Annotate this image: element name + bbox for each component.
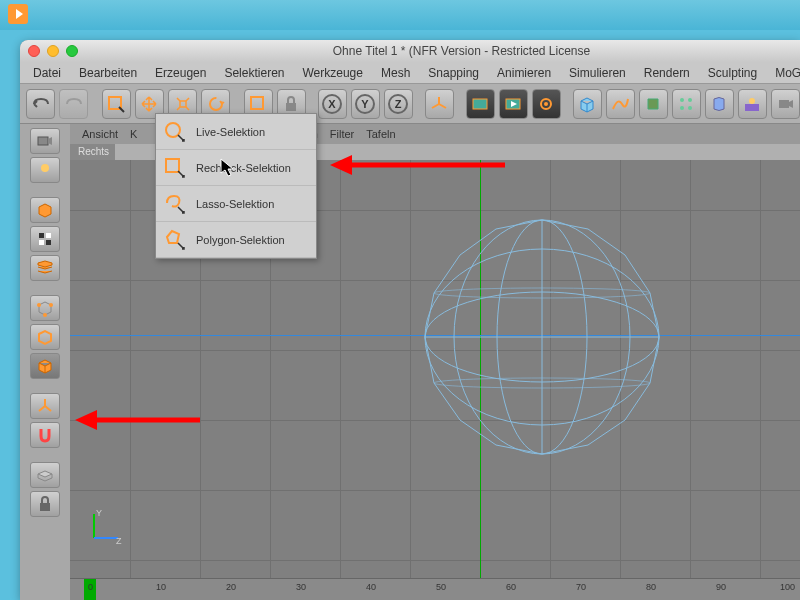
minimize-button[interactable] bbox=[47, 45, 59, 57]
menu-snapping[interactable]: Snapping bbox=[419, 66, 488, 80]
menu-simulieren[interactable]: Simulieren bbox=[560, 66, 635, 80]
lock-workplane-button[interactable] bbox=[30, 491, 60, 517]
arrow-annotation-2 bbox=[75, 405, 205, 435]
viewport-menu-filter[interactable]: Filter bbox=[330, 128, 354, 140]
window-titlebar: Ohne Titel 1 * (NFR Version - Restricted… bbox=[20, 40, 800, 62]
axis-x-button[interactable]: X bbox=[318, 89, 347, 119]
dropdown-item-label: Polygon-Selektion bbox=[196, 234, 285, 246]
dropdown-polygon-selektion[interactable]: Polygon-Selektion bbox=[156, 222, 316, 258]
main-toolbar: X Y Z bbox=[20, 84, 800, 124]
svg-text:Y: Y bbox=[96, 508, 102, 518]
svg-point-15 bbox=[680, 98, 684, 102]
svg-rect-46 bbox=[166, 159, 179, 172]
svg-rect-22 bbox=[38, 137, 48, 145]
play-icon[interactable] bbox=[8, 4, 28, 24]
edge-mode-button[interactable] bbox=[30, 324, 60, 350]
render-settings-button[interactable] bbox=[532, 89, 561, 119]
svg-rect-26 bbox=[39, 240, 44, 245]
axis-tool-button[interactable] bbox=[30, 393, 60, 419]
viewport-label: Rechts bbox=[70, 144, 115, 160]
axis-y-button[interactable]: Y bbox=[351, 89, 380, 119]
menu-bearbeiten[interactable]: Bearbeiten bbox=[70, 66, 146, 80]
svg-point-30 bbox=[43, 313, 47, 317]
left-toolbar bbox=[20, 124, 70, 600]
axis-z-button[interactable]: Z bbox=[384, 89, 413, 119]
menu-werkzeuge[interactable]: Werkzeuge bbox=[293, 66, 371, 80]
workplane-button[interactable] bbox=[30, 462, 60, 488]
selection-dropdown: Live-Selektion Rechteck-Selektion Lasso-… bbox=[155, 113, 317, 259]
svg-text:Y: Y bbox=[362, 98, 370, 110]
deformer-button[interactable] bbox=[705, 89, 734, 119]
svg-rect-1 bbox=[180, 101, 186, 107]
svg-point-23 bbox=[41, 164, 49, 172]
outer-titlebar bbox=[0, 0, 800, 30]
svg-point-16 bbox=[688, 98, 692, 102]
render-region-button[interactable] bbox=[499, 89, 528, 119]
coord-button[interactable] bbox=[425, 89, 454, 119]
svg-point-28 bbox=[37, 303, 41, 307]
app-window: Ohne Titel 1 * (NFR Version - Restricted… bbox=[20, 40, 800, 600]
menu-rendern[interactable]: Rendern bbox=[635, 66, 699, 80]
array-button[interactable] bbox=[672, 89, 701, 119]
svg-text:Z: Z bbox=[116, 536, 122, 546]
menu-animieren[interactable]: Animieren bbox=[488, 66, 560, 80]
svg-point-45 bbox=[166, 123, 180, 137]
camera-button[interactable] bbox=[771, 89, 800, 119]
texture-mode-button[interactable] bbox=[30, 255, 60, 281]
maximize-button[interactable] bbox=[66, 45, 78, 57]
svg-rect-4 bbox=[286, 103, 296, 111]
svg-text:X: X bbox=[329, 98, 337, 110]
viewport-menu-k[interactable]: K bbox=[130, 128, 137, 140]
redo-button[interactable] bbox=[59, 89, 88, 119]
primitive-cube-button[interactable] bbox=[573, 89, 602, 119]
rect-pointer-icon bbox=[164, 157, 186, 179]
traffic-lights bbox=[28, 45, 78, 57]
object-mode-button[interactable] bbox=[30, 226, 60, 252]
undo-button[interactable] bbox=[26, 89, 55, 119]
dropdown-live-selektion[interactable]: Live-Selektion bbox=[156, 114, 316, 150]
menu-datei[interactable]: Datei bbox=[24, 66, 70, 80]
menu-mesh[interactable]: Mesh bbox=[372, 66, 419, 80]
spline-button[interactable] bbox=[606, 89, 635, 119]
dropdown-item-label: Rechteck-Selektion bbox=[196, 162, 291, 174]
svg-rect-3 bbox=[251, 97, 263, 109]
render-button[interactable] bbox=[466, 89, 495, 119]
camera-tool-button[interactable] bbox=[30, 128, 60, 154]
menu-sculpting[interactable]: Sculpting bbox=[699, 66, 766, 80]
viewport-menu-tafeln[interactable]: Tafeln bbox=[366, 128, 395, 140]
svg-text:Z: Z bbox=[395, 98, 402, 110]
arrow-annotation-1 bbox=[330, 150, 510, 180]
dropdown-lasso-selektion[interactable]: Lasso-Selektion bbox=[156, 186, 316, 222]
snap-tool-button[interactable] bbox=[30, 422, 60, 448]
svg-rect-25 bbox=[46, 233, 51, 238]
circle-pointer-icon bbox=[164, 121, 186, 143]
select-rect-button[interactable] bbox=[102, 89, 131, 119]
environment-button[interactable] bbox=[738, 89, 767, 119]
svg-point-17 bbox=[680, 106, 684, 110]
menu-erzeugen[interactable]: Erzeugen bbox=[146, 66, 215, 80]
lasso-pointer-icon bbox=[164, 193, 186, 215]
nurbs-button[interactable] bbox=[639, 89, 668, 119]
svg-rect-11 bbox=[473, 99, 487, 109]
menu-mograph[interactable]: MoGraph bbox=[766, 66, 800, 80]
svg-point-2 bbox=[210, 98, 222, 110]
dropdown-item-label: Lasso-Selektion bbox=[196, 198, 274, 210]
sphere-object[interactable] bbox=[420, 215, 665, 460]
model-mode-button[interactable] bbox=[30, 197, 60, 223]
svg-rect-27 bbox=[46, 240, 51, 245]
svg-point-18 bbox=[688, 106, 692, 110]
point-mode-button[interactable] bbox=[30, 295, 60, 321]
workspace: Ansicht K nen Filter Tafeln Rechts bbox=[20, 124, 800, 600]
dropdown-rechteck-selektion[interactable]: Rechteck-Selektion bbox=[156, 150, 316, 186]
axis-widget: Y Z bbox=[86, 506, 126, 546]
viewport-menu-ansicht[interactable]: Ansicht bbox=[82, 128, 118, 140]
svg-point-29 bbox=[49, 303, 53, 307]
polygon-mode-button[interactable] bbox=[30, 353, 60, 379]
light-tool-button[interactable] bbox=[30, 157, 60, 183]
menubar: Datei Bearbeiten Erzeugen Selektieren We… bbox=[20, 62, 800, 84]
svg-rect-19 bbox=[745, 104, 759, 111]
menu-selektieren[interactable]: Selektieren bbox=[215, 66, 293, 80]
timeline[interactable]: 0 10 20 30 40 50 60 70 80 90 100 bbox=[70, 578, 800, 600]
close-button[interactable] bbox=[28, 45, 40, 57]
svg-point-20 bbox=[749, 98, 755, 104]
